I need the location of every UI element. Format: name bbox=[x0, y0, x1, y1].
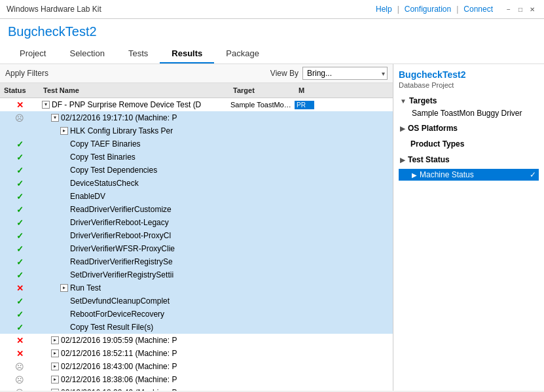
tab-project[interactable]: Project bbox=[8, 45, 58, 63]
table-row[interactable]: ✓DriverVerifierWFSR-ProxyClie bbox=[0, 242, 393, 255]
tab-results[interactable]: Results bbox=[160, 45, 214, 63]
table-row[interactable]: ☹▸02/12/2016 18:32:49 (Machine: P bbox=[0, 386, 393, 391]
expand-button[interactable]: ▸ bbox=[51, 363, 59, 370]
right-section-header-test-status[interactable]: ▶Test Status bbox=[399, 153, 539, 166]
m-cell bbox=[295, 313, 314, 315]
table-row[interactable]: ✓Copy Test Result File(s) bbox=[0, 321, 393, 334]
right-sections: ▼TargetsSample ToastMon Buggy Driver▶OS … bbox=[399, 94, 539, 181]
table-row[interactable]: ✓DriverVerifierReboot-ProxyCl bbox=[0, 229, 393, 242]
m-cell bbox=[295, 209, 314, 210]
table-row[interactable]: ☹▸02/12/2016 18:43:00 (Machine: P bbox=[0, 360, 393, 373]
table-row[interactable]: ✕▸Run Test bbox=[0, 281, 393, 294]
row-name-label: Copy Test Result File(s) bbox=[70, 323, 153, 332]
restore-button[interactable]: □ bbox=[515, 4, 526, 14]
status-cell: ✓ bbox=[0, 296, 39, 307]
table-row[interactable]: ✓ReadDriverVerifierRegistrySe bbox=[0, 255, 393, 268]
row-name-label: RebootForDeviceRecovery bbox=[70, 310, 164, 319]
expand-button[interactable]: ▸ bbox=[51, 389, 59, 391]
table-row[interactable]: ✓SetDriverVerifierRegistrySettii bbox=[0, 268, 393, 281]
expand-button[interactable]: ▸ bbox=[51, 349, 59, 357]
table-row[interactable]: ✓Copy TAEF Binaries bbox=[0, 137, 393, 151]
expand-button[interactable]: ▾ bbox=[51, 114, 59, 122]
m-cell bbox=[295, 196, 314, 197]
right-section-header-os-platforms[interactable]: ▶OS Platforms bbox=[399, 122, 539, 135]
target-cell bbox=[229, 196, 295, 197]
right-item-machine-status[interactable]: ▶Machine Status✓ bbox=[399, 169, 539, 181]
status-cell: ☹ bbox=[0, 387, 39, 391]
test-status-label: Test Status bbox=[408, 155, 450, 164]
status-cell bbox=[0, 130, 39, 132]
right-subtitle: Database Project bbox=[399, 81, 539, 89]
name-cell: ▸02/12/2016 18:32:49 (Machine: P bbox=[39, 387, 229, 391]
table-row[interactable]: ✓SetDevfundCleanupComplet bbox=[0, 294, 393, 308]
right-section-header-targets[interactable]: ▼Targets bbox=[399, 94, 539, 107]
table-row[interactable]: ✓DeviceStatusCheck bbox=[0, 177, 393, 190]
expand-button[interactable]: ▸ bbox=[51, 376, 59, 383]
status-check-icon: ✓ bbox=[16, 270, 24, 280]
row-name-label: 02/12/2016 18:32:49 (Machine: P bbox=[61, 388, 177, 391]
name-cell: ▾DF - PNP Surprise Remove Device Test (D bbox=[39, 99, 229, 110]
help-link[interactable]: Help bbox=[376, 5, 392, 14]
configuration-link[interactable]: Configuration bbox=[405, 5, 451, 14]
target-cell bbox=[229, 274, 295, 276]
row-name-label: DriverVerifierReboot-ProxyCl bbox=[70, 231, 171, 240]
view-by-select[interactable]: Bring...AllFailedPassed bbox=[302, 67, 388, 80]
status-cell: ✓ bbox=[0, 309, 39, 320]
target-cell bbox=[229, 379, 295, 380]
table-row[interactable]: ✕▸02/12/2016 19:05:59 (Machine: P bbox=[0, 334, 393, 347]
table-row[interactable]: ✓ReadDriverVerifierCustomize bbox=[0, 203, 393, 216]
status-check-icon: ✓ bbox=[16, 296, 24, 306]
right-title: BugcheckTest2 bbox=[399, 69, 539, 80]
name-cell: SetDriverVerifierRegistrySettii bbox=[39, 270, 229, 280]
name-cell: ▸02/12/2016 18:43:00 (Machine: P bbox=[39, 361, 229, 372]
target-cell bbox=[229, 222, 295, 223]
name-cell: SetDevfundCleanupComplet bbox=[39, 296, 229, 306]
status-smile-icon: ☹ bbox=[15, 362, 24, 372]
table-row[interactable]: ✓RebootForDeviceRecovery bbox=[0, 308, 393, 321]
col-status: Status bbox=[0, 85, 39, 96]
expand-button[interactable]: ▾ bbox=[42, 101, 50, 109]
status-smile-icon: ☹ bbox=[15, 113, 24, 123]
m-cell bbox=[295, 130, 314, 132]
expand-button[interactable]: ▸ bbox=[60, 127, 68, 135]
row-name-label: 02/12/2016 18:52:11 (Machine: P bbox=[61, 349, 177, 358]
table-row[interactable]: ✕▸02/12/2016 18:52:11 (Machine: P bbox=[0, 347, 393, 360]
name-cell: ▸HLK Config Library Tasks Per bbox=[39, 126, 229, 136]
expand-button[interactable]: ▸ bbox=[60, 284, 68, 292]
table-row[interactable]: ✓Copy Test Binaries bbox=[0, 151, 393, 164]
tree-area[interactable]: ✕▾DF - PNP Surprise Remove Device Test (… bbox=[0, 98, 393, 391]
right-section-header-product-types[interactable]: Product Types bbox=[399, 137, 539, 151]
targets-label: Targets bbox=[409, 96, 437, 105]
col-target: Target bbox=[229, 85, 295, 96]
target-cell bbox=[229, 169, 295, 171]
status-check-icon: ✓ bbox=[16, 166, 24, 175]
status-check-icon: ✓ bbox=[16, 257, 24, 267]
tab-tests[interactable]: Tests bbox=[117, 45, 160, 63]
target-cell bbox=[229, 340, 295, 341]
right-section-product-types: Product Types bbox=[399, 137, 539, 151]
table-row[interactable]: ▸HLK Config Library Tasks Per bbox=[0, 124, 393, 137]
minimize-button[interactable]: − bbox=[503, 4, 514, 14]
table-row[interactable]: ☹▾02/12/2016 19:17:10 (Machine: P bbox=[0, 111, 393, 124]
tab-package[interactable]: Package bbox=[214, 45, 271, 63]
status-cell: ✓ bbox=[0, 243, 39, 255]
table-row[interactable]: ✓DriverVerifierReboot-Legacy bbox=[0, 216, 393, 229]
tab-selection[interactable]: Selection bbox=[58, 45, 116, 63]
row-name-label: DriverVerifierWFSR-ProxyClie bbox=[70, 244, 175, 253]
m-cell bbox=[295, 143, 314, 145]
table-row[interactable]: ✕▾DF - PNP Surprise Remove Device Test (… bbox=[0, 98, 393, 111]
table-row[interactable]: ✓EnableDV bbox=[0, 190, 393, 203]
row-name-label: 02/12/2016 18:43:00 (Machine: P bbox=[61, 362, 177, 371]
connect-link[interactable]: Connect bbox=[463, 5, 493, 14]
status-smile-icon: ☹ bbox=[15, 375, 24, 385]
table-row[interactable]: ☹▸02/12/2016 18:38:06 (Machine: P bbox=[0, 373, 393, 386]
machine-status-label: Machine Status bbox=[420, 170, 474, 179]
status-cell: ✕ bbox=[0, 99, 39, 111]
expand-button[interactable]: ▸ bbox=[51, 336, 59, 344]
close-button[interactable]: ✕ bbox=[527, 4, 537, 14]
m-cell bbox=[295, 327, 314, 328]
right-item-sample-toastmon[interactable]: Sample ToastMon Buggy Driver bbox=[399, 107, 539, 119]
table-row[interactable]: ✓Copy Test Dependencies bbox=[0, 164, 393, 177]
status-x-icon: ✕ bbox=[16, 336, 24, 346]
apply-filters-label: Apply Filters bbox=[5, 69, 48, 78]
